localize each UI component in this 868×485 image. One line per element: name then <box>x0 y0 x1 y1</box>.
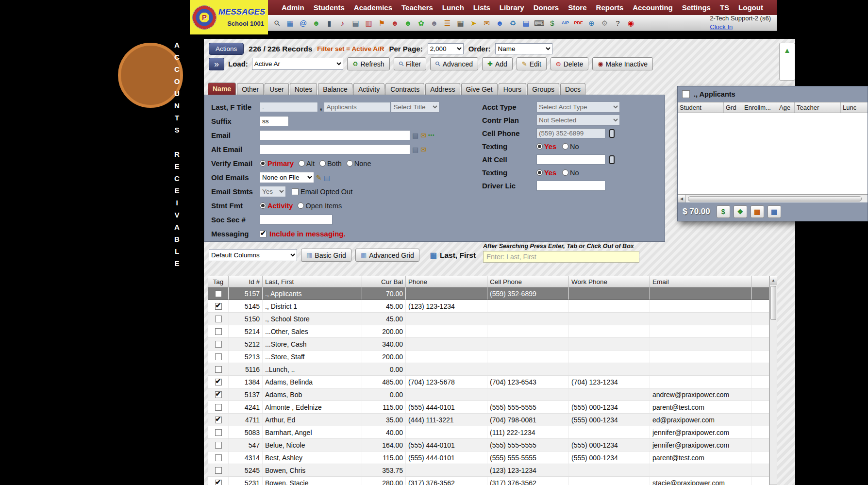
driver-lic-input[interactable] <box>536 181 605 191</box>
verify-radio[interactable] <box>347 160 353 167</box>
person-red-icon[interactable]: ☻ <box>390 17 400 28</box>
nav-item[interactable]: Donors <box>534 3 559 12</box>
nav-item[interactable]: Reports <box>596 3 624 12</box>
popup-column-header[interactable]: Teacher <box>795 102 841 113</box>
tag-checkbox[interactable] <box>215 328 222 335</box>
tab-address[interactable]: Address <box>425 83 460 95</box>
title-select[interactable]: Select Title <box>391 101 439 113</box>
account-row[interactable]: 5231 Bowen, Stacie 280.00 (317) 376-3562… <box>208 477 769 485</box>
person-green-icon[interactable]: ☻ <box>403 17 413 28</box>
ssn-input[interactable] <box>260 215 333 225</box>
spreadsheet-icon[interactable]: ▦ <box>285 17 295 28</box>
account-row[interactable]: 547 Belue, Nicole 164.00 (555) 444-0101 … <box>208 439 769 452</box>
popup-column-header[interactable]: Enrollm... <box>742 102 777 113</box>
account-row[interactable]: 5212 ...Store, Cash 340.00 <box>208 338 769 351</box>
account-row[interactable]: 5145 ., District 1 45.00 (123) 123-1234 <box>208 300 769 313</box>
tab-contracts[interactable]: Contracts <box>385 83 424 95</box>
receipt-button[interactable]: ❖ <box>734 205 747 218</box>
expand-load-button[interactable]: » <box>209 58 224 70</box>
column-header-phone[interactable]: Phone <box>406 276 487 287</box>
lunch-icon[interactable]: ☰ <box>442 17 452 28</box>
printer-icon[interactable]: ▤ <box>412 146 418 153</box>
mobile-phone-icon[interactable] <box>609 129 615 138</box>
account-row[interactable]: 5214 ...Other, Sales 200.00 <box>208 325 769 338</box>
account-row[interactable]: 4314 Best, Ashley 115.00 (555) 444-0101 … <box>208 452 769 464</box>
stmt-fmt-option[interactable]: Open Items <box>298 202 342 210</box>
texting2-yes-option[interactable]: Yes <box>536 169 556 177</box>
acct-type-select[interactable]: Select Acct Type <box>536 101 620 113</box>
help-icon[interactable]: ? <box>613 17 623 28</box>
printer-icon[interactable]: ▤ <box>351 17 361 28</box>
nav-item[interactable]: Academics <box>354 3 392 12</box>
gold-arrow-icon[interactable]: ➤ <box>468 17 479 28</box>
list-icon[interactable]: ▤ <box>521 17 531 28</box>
email-opted-out-checkbox[interactable] <box>292 188 299 195</box>
tag-checkbox[interactable] <box>215 316 222 322</box>
nav-item[interactable]: Accounting <box>633 3 673 12</box>
tag-checkbox[interactable] <box>215 366 222 373</box>
load-preset-select[interactable]: Active Ar <box>252 58 343 70</box>
edit-button[interactable]: ✎Edit <box>517 57 547 70</box>
nav-item[interactable]: Lists <box>473 3 490 12</box>
name-search-input[interactable] <box>483 251 639 263</box>
group-icon[interactable]: ☻ <box>495 17 505 28</box>
tag-checkbox[interactable] <box>215 341 222 348</box>
popup-column-header[interactable]: Lunc <box>841 102 868 113</box>
delete-button[interactable]: ⊖Delete <box>551 57 588 70</box>
account-row[interactable]: 5213 ...Store, Staff 200.00 <box>208 351 769 363</box>
column-header-tag[interactable]: Tag <box>208 276 229 287</box>
verify-email-option[interactable]: Alt <box>299 160 315 167</box>
tab-user[interactable]: User <box>265 83 289 95</box>
popup-column-header[interactable]: Grd <box>724 102 742 113</box>
popup-scroll-thumb[interactable] <box>688 196 862 201</box>
nav-item[interactable]: Lunch <box>442 3 464 12</box>
stmt-fmt-radio[interactable] <box>260 202 266 209</box>
email-opted-out-option[interactable]: Email Opted Out <box>292 188 352 196</box>
grid-button[interactable]: ▦ <box>768 205 781 218</box>
settings-icon[interactable]: ⚙ <box>600 17 610 28</box>
make-inactive-button[interactable]: ◉Make Inactive <box>592 57 653 70</box>
verify-email-option[interactable]: Primary <box>260 160 294 167</box>
nav-item[interactable]: TS <box>720 3 729 12</box>
account-row[interactable]: 4711 Arthur, Ed 35.00 (444) 111-3221 (70… <box>208 414 769 426</box>
ap-icon[interactable]: A/P <box>560 17 570 28</box>
stmt-fmt-radio[interactable] <box>298 202 304 209</box>
tab-balance[interactable]: Bal​ance <box>318 83 352 95</box>
device-icon[interactable]: ▦ <box>455 17 466 28</box>
announcement-icon[interactable]: ⚑ <box>377 17 387 28</box>
nav-item[interactable]: Students <box>314 3 345 12</box>
scroll-thumb[interactable] <box>770 286 776 320</box>
texting2-no-radio[interactable] <box>562 169 568 176</box>
nav-item[interactable]: Store <box>568 3 586 12</box>
account-row[interactable]: 5150 ., School Store 45.00 <box>208 313 769 325</box>
tab-other[interactable]: Other <box>237 83 264 95</box>
clock-in-link[interactable]: Clock In <box>710 23 733 31</box>
panel-toggle[interactable]: ▲ <box>779 43 795 81</box>
columns-select[interactable]: Default Columns <box>209 249 297 261</box>
last-name-input[interactable] <box>260 102 318 112</box>
alt-cell-input[interactable] <box>536 154 605 165</box>
tag-checkbox[interactable] <box>215 391 222 398</box>
ledger-button[interactable]: ▦ <box>751 205 764 218</box>
verify-radio[interactable] <box>260 160 266 167</box>
account-row[interactable]: 5116 ..Lunch, .. 0.00 <box>208 363 769 376</box>
column-header-email[interactable]: Email <box>650 276 752 287</box>
tag-checkbox[interactable] <box>215 454 222 461</box>
column-header-cellphone[interactable]: Cell Phone <box>487 276 569 287</box>
account-row[interactable]: 5083 Barnhart, Angel 40.00 (111) 222-123… <box>208 426 769 439</box>
chat-icon[interactable]: ☻ <box>311 17 321 28</box>
cell-phone-input[interactable] <box>536 128 605 138</box>
verify-radio[interactable] <box>299 160 305 167</box>
power-icon[interactable]: ◉ <box>626 17 636 28</box>
per-page-select[interactable]: 2,000 <box>428 43 464 54</box>
verify-email-option[interactable]: Both <box>319 160 342 167</box>
order-select[interactable]: Name <box>495 43 552 54</box>
add-button[interactable]: ✚Add <box>482 57 513 70</box>
account-row[interactable]: 4241 Almonte , Edelnize 115.00 (555) 444… <box>208 401 769 414</box>
column-header-curbal[interactable]: Cur Bal <box>362 276 406 287</box>
texting2-no-option[interactable]: No <box>562 169 579 177</box>
people-icon[interactable]: ☻ <box>429 17 439 28</box>
texting2-yes-radio[interactable] <box>536 169 543 176</box>
basic-grid-button[interactable]: ▦Basic Grid <box>301 249 351 262</box>
column-header-workphone[interactable]: Work Phone <box>569 276 650 287</box>
